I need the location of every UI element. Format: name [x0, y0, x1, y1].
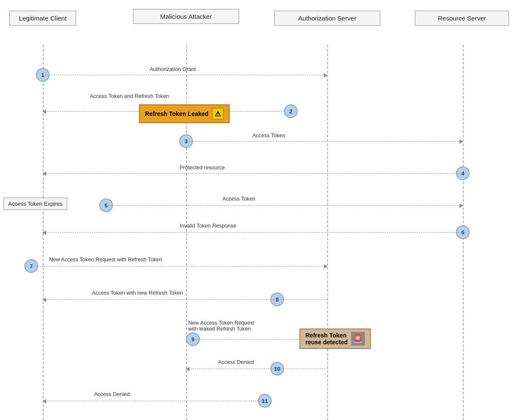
arrow-authorization-grant	[43, 75, 327, 75]
actor-attacker: Malicious Attacker	[133, 9, 239, 24]
refresh-token-leaked-box: Refresh Token Leaked ⚠	[139, 104, 230, 123]
diagram: Legitimate Client Malicious Attacker Aut…	[0, 0, 515, 420]
actor-authserver: Authorization Server	[274, 11, 380, 26]
label-access-denied-10: Access Denied	[218, 359, 254, 365]
label-authorization-grant: Authorization Grant	[150, 66, 196, 72]
label-new-access-token-leaked: New Access Token Request with leaked Ref…	[188, 320, 255, 332]
step-2: 2	[284, 104, 298, 118]
arrow-invalid-token	[43, 232, 463, 233]
label-access-token-new-refresh: Access Token with new Refresh Token	[92, 290, 183, 296]
label-protected-resource: Protected resource	[180, 165, 225, 171]
arrow-access-token-5	[106, 205, 463, 206]
label-invalid-token: Invalid Token Response	[180, 223, 237, 229]
label-access-token-3: Access Token	[252, 133, 285, 139]
label-new-access-token-request: New Access Token Request with Refresh To…	[49, 257, 162, 263]
arrow-new-access-token-request	[31, 266, 327, 266]
label-access-refresh-token: Access Token and Refresh Token	[90, 93, 169, 99]
access-token-expires-box: Access Token Expires	[3, 198, 67, 210]
warning-icon: ⚠	[212, 108, 224, 120]
actor-client: Legitimate Client	[9, 11, 76, 26]
arrow-access-denied-11	[43, 401, 265, 401]
label-access-denied-11: Access Denied	[94, 391, 130, 397]
arrow-protected-resource	[43, 173, 463, 174]
alarm-icon: 🚨	[351, 332, 365, 346]
refresh-token-reuse-box: Refresh Token reuse detected 🚨	[299, 328, 371, 349]
arrow-access-token-new-refresh	[43, 299, 327, 300]
arrow-access-token-3	[186, 141, 463, 142]
arrow-access-denied-10	[186, 369, 327, 369]
label-access-token-5: Access Token	[222, 196, 255, 202]
actor-resourceserver: Resource Server	[415, 11, 509, 26]
